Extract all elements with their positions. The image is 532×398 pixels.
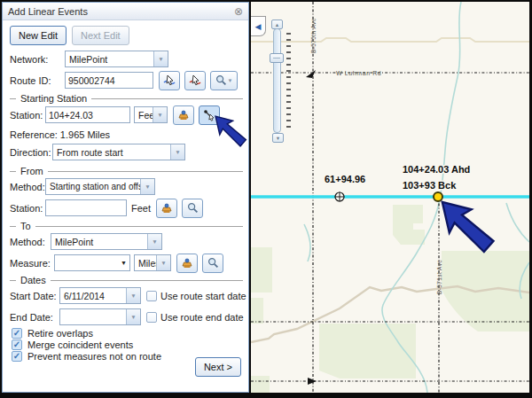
- chevron-down-icon[interactable]: ▼: [126, 309, 140, 324]
- use-route-start-date-label: Use route start date: [160, 291, 246, 301]
- cursor-station-icon: [203, 109, 215, 121]
- pick-station-on-map-button[interactable]: [199, 105, 220, 125]
- check-icon: ✓: [13, 352, 20, 361]
- end-date-value: [60, 309, 126, 324]
- measure-puck-icon: [177, 109, 190, 121]
- station-input[interactable]: [45, 106, 130, 123]
- dropdown-arrow-glyph: ▼: [157, 112, 162, 118]
- chevron-down-icon[interactable]: ▼: [153, 107, 167, 122]
- section-starting-station: Starting Station: [10, 93, 243, 104]
- selected-station-point[interactable]: [434, 192, 442, 201]
- new-edit-button[interactable]: New Edit: [10, 26, 66, 45]
- collapse-panel-tab[interactable]: ◀: [251, 16, 266, 36]
- end-date-row: End Date: ▼ Use route end date: [10, 308, 244, 326]
- map-area: 61+94.96 104+24.03 Ahd 103+93 Bck W Luhm…: [251, 2, 529, 393]
- section-from: From: [10, 166, 243, 176]
- close-icon[interactable]: ⊗: [234, 6, 243, 17]
- station-label: Station:: [10, 110, 42, 121]
- zoom-out-button[interactable]: ▼: [272, 133, 284, 143]
- intersection-marker: [306, 70, 316, 78]
- select-route-on-map-button[interactable]: [159, 71, 180, 90]
- chevron-down-icon[interactable]: ▼: [147, 234, 161, 249]
- chevron-down-icon[interactable]: ▼: [140, 179, 154, 194]
- map-canvas[interactable]: 61+94.96 104+24.03 Ahd 103+93 Bck W Luhm…: [251, 2, 529, 393]
- retire-overlaps-checkbox[interactable]: ✓: [12, 328, 22, 339]
- network-value: MilePoint: [66, 51, 153, 66]
- chevron-down-icon[interactable]: ▼: [170, 144, 184, 160]
- end-date-dropdown[interactable]: ▼: [59, 308, 141, 325]
- next-edit-button: Next Edit: [72, 26, 129, 45]
- direction-dropdown[interactable]: From route start ▼: [52, 144, 185, 160]
- route-id-input[interactable]: [65, 72, 153, 89]
- retire-overlaps-row: ✓ Retire overlaps: [10, 327, 93, 339]
- check-icon: ✓: [13, 329, 20, 338]
- prevent-measures-checkbox[interactable]: ✓: [12, 351, 22, 362]
- starting-station-row: Station: Feet ▼: [10, 105, 220, 124]
- combo-arrow-icon[interactable]: ▼: [121, 260, 127, 266]
- slider-up-icon: ▲: [275, 22, 279, 27]
- network-row: Network: MilePoint ▼: [10, 50, 168, 68]
- from-method-value: Starting station and offset: [46, 179, 140, 194]
- start-date-row: Start Date: 6/11/2014 ▼ Use route start …: [10, 286, 246, 305]
- panel-title: Add Linear Events: [8, 6, 234, 17]
- dropdown-arrow-glyph: ▼: [152, 238, 157, 245]
- measure-unit-value: Miles: [135, 255, 156, 270]
- direction-label: Direction:: [10, 147, 49, 158]
- from-station-input[interactable]: [45, 199, 127, 216]
- dropdown-arrow-glyph: ▼: [158, 56, 163, 62]
- route-id-label: Route ID:: [10, 75, 61, 86]
- measure-tool-button[interactable]: [173, 105, 194, 125]
- to-search-button[interactable]: [202, 254, 223, 273]
- panel-header: Add Linear Events ⊗: [3, 3, 248, 20]
- use-route-start-date-checkbox[interactable]: [146, 291, 157, 301]
- route-search-split-button[interactable]: ▼: [210, 71, 238, 90]
- chevron-down-icon[interactable]: ▼: [156, 255, 170, 270]
- zoom-slider-track[interactable]: [273, 28, 281, 133]
- dropdown-arrow-glyph: ▼: [130, 314, 136, 320]
- next-button[interactable]: Next >: [195, 357, 241, 377]
- add-linear-events-panel: Add Linear Events ⊗ New Edit Next Edit N…: [2, 2, 249, 393]
- prevent-measures-row: ✓ Prevent measures not on route: [10, 350, 161, 362]
- direction-value: From route start: [53, 144, 170, 160]
- merge-coincident-row: ✓ Merge coincident events: [10, 339, 133, 350]
- to-method-value: MilePoint: [51, 234, 147, 249]
- chevron-down-icon[interactable]: ▼: [126, 288, 140, 303]
- zoom-slider-handle[interactable]: [270, 53, 284, 63]
- from-station-label: Station:: [10, 203, 42, 214]
- measure-row: Measure: ▼ Miles ▼: [10, 254, 223, 272]
- measure-unit-dropdown[interactable]: Miles ▼: [134, 254, 171, 271]
- station-unit-dropdown[interactable]: Feet ▼: [134, 106, 168, 123]
- vegetation-patch: [251, 376, 270, 393]
- screenshot-root: Add Linear Events ⊗ New Edit Next Edit N…: [0, 0, 532, 398]
- merge-coincident-checkbox[interactable]: ✓: [12, 339, 22, 350]
- from-search-button[interactable]: [182, 199, 203, 218]
- search-icon: [215, 74, 227, 86]
- stream: [506, 203, 529, 242]
- to-measure-tool-button[interactable]: [176, 254, 198, 273]
- merge-coincident-label: Merge coincident events: [27, 339, 133, 350]
- stream: [304, 224, 310, 261]
- cursor-route-icon: [163, 74, 176, 87]
- from-method-dropdown[interactable]: Starting station and offset ▼: [45, 178, 155, 195]
- next-row: Next >: [195, 357, 241, 376]
- network-dropdown[interactable]: MilePoint ▼: [65, 51, 168, 67]
- retire-overlaps-label: Retire overlaps: [27, 328, 93, 339]
- road-label-b-571st: B-571st Ave: [436, 260, 442, 294]
- search-icon: [207, 257, 219, 269]
- measure-combo[interactable]: ▼: [54, 254, 130, 271]
- collapse-arrow-icon: ◀: [255, 22, 262, 31]
- from-measure-tool-button[interactable]: [156, 199, 177, 218]
- road-label-w-luhman: W Luhman Rd: [336, 70, 381, 76]
- from-legend: From: [20, 166, 43, 176]
- start-date-dropdown[interactable]: 6/11/2014 ▼: [59, 287, 141, 304]
- check-icon: ✓: [13, 340, 20, 349]
- measure-label: Measure:: [10, 258, 51, 269]
- use-route-end-date-label: Use route end date: [160, 312, 244, 323]
- clear-route-selection-button[interactable]: [184, 71, 206, 90]
- to-method-dropdown[interactable]: MilePoint ▼: [51, 233, 162, 250]
- chevron-down-icon[interactable]: ▼: [153, 51, 168, 66]
- dropdown-arrow-glyph: ▼: [130, 293, 136, 299]
- use-route-end-date-checkbox[interactable]: [146, 312, 157, 323]
- starting-station-legend: Starting Station: [20, 93, 87, 104]
- section-dates: Dates: [10, 275, 243, 285]
